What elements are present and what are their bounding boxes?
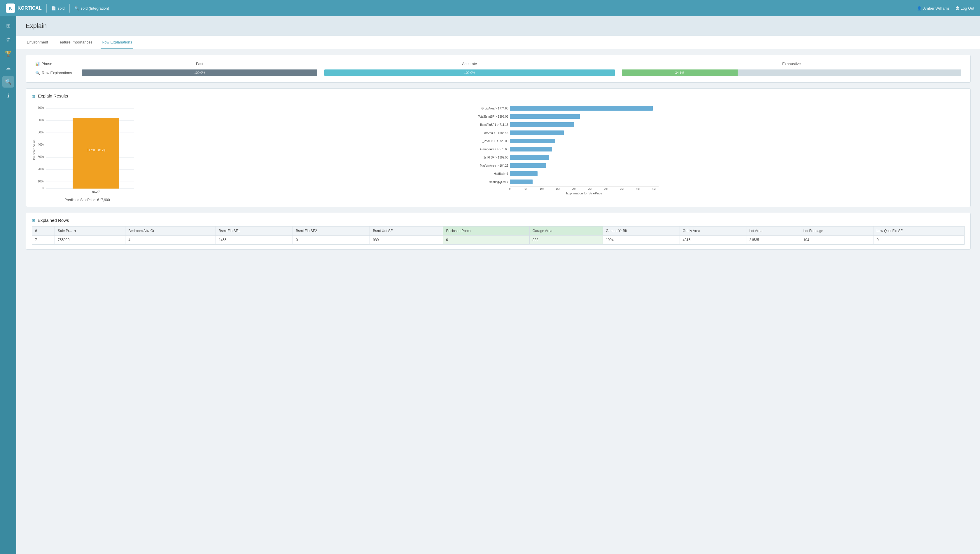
svg-text:600k: 600k [38,118,45,122]
cell-bsmt_fin_sf1: 1455 [216,236,293,244]
svg-text:LotArea > 11583.46: LotArea > 11583.46 [483,131,509,134]
phase-exhaustive-header: Exhaustive [618,60,964,68]
col-lot-area[interactable]: Lot Area [746,227,800,236]
main-bar [73,118,119,188]
svg-text:700k: 700k [38,106,45,109]
phase-row-label: 🔍 Row Explanations [35,71,75,75]
svg-text:15k: 15k [556,187,560,190]
top-navigation: K KORTICAL 📄 sold 🔍 sold (Integration) 👤… [0,0,980,16]
svg-text:_2ndFlrSF > 728.00: _2ndFlrSF > 728.00 [482,139,508,143]
nav-divider2 [69,4,70,13]
svg-text:5k: 5k [524,187,527,190]
svg-text:_1stFlrSF > 1392.55: _1stFlrSF > 1392.55 [482,156,508,159]
svg-text:row:7: row:7 [92,190,100,193]
tab-environment[interactable]: Environment [25,36,49,49]
user-menu[interactable]: 👤 Amber Williams [917,6,950,11]
svg-text:45k: 45k [652,187,657,190]
svg-text:HeatingQC=Ex: HeatingQC=Ex [489,180,508,184]
explain-results-title: Explain Results [32,93,964,98]
search-icon: 🔍 [75,6,79,11]
vertical-bar-svg: 700k 600k 500k 400k 300k 200k 100k 0 [32,103,143,196]
tab-row-explanations[interactable]: Row Explanations [100,36,133,49]
svg-rect-30 [510,147,552,152]
horizontal-bar-chart: GrLivArea > 1774.68 TotalBsmtSF > 1298.0… [148,103,964,202]
cell-lot_area: 21535 [746,236,800,244]
nav-divider [46,4,47,13]
svg-text:30k: 30k [604,187,608,190]
svg-text:40k: 40k [636,187,641,190]
svg-text:MasVnrArea > 164.25: MasVnrArea > 164.25 [480,164,508,167]
phase-col-header: Phase [41,62,52,66]
explain-results-card: Explain Results 700k 600k 500k 400k 300k… [25,88,970,207]
rows-icon [32,218,35,223]
chart-icon: 📊 [35,62,40,66]
sidebar-icon-info[interactable]: ℹ [2,90,14,102]
file-icon: 📄 [51,6,56,11]
svg-text:GrLivArea > 1774.68: GrLivArea > 1774.68 [481,107,508,110]
col-bsmt-fin-sf1[interactable]: Bsmt Fin SF1 [216,227,293,236]
phase-progress-card: 📊 Phase Fast Accurate Exhaustive 🔍 [25,55,970,83]
sidebar-icon-flask[interactable]: ⚗ [2,34,14,46]
chart-subtitle: Predicted SalePrice: 617,900 [32,198,143,202]
col-bsmt-fin-sf2[interactable]: Bsmt Fin SF2 [293,227,370,236]
app-name: KORTICAL [18,6,42,11]
vertical-bar-chart: 700k 600k 500k 400k 300k 200k 100k 0 [32,103,143,202]
svg-rect-34 [510,163,546,168]
col-lot-frontage[interactable]: Lot Frontage [800,227,873,236]
svg-text:35k: 35k [620,187,624,190]
col-low-qual-fin-sf[interactable]: Low Qual Fin SF [873,227,964,236]
svg-text:TotalBsmtSF > 1298.03: TotalBsmtSF > 1298.03 [478,115,509,118]
svg-text:500k: 500k [38,131,45,134]
svg-rect-22 [510,114,580,119]
cell-lot_frontage: 104 [800,236,873,244]
sidebar-icon-search[interactable]: 🔍 [2,76,14,88]
cell-low_qual_fin_sf: 0 [873,236,964,244]
user-icon: 👤 [917,6,922,11]
svg-rect-24 [510,122,574,127]
phase-accurate-header: Accurate [321,60,618,68]
logo-icon: K [6,3,15,13]
main-content: Explain Environment Feature Importances … [16,16,980,554]
table-container[interactable]: # Sale Pr... ▼ Bedroom Abv Gr Bsmt Fin S… [32,226,964,244]
col-num[interactable]: # [32,227,55,236]
col-garage-yr-blt[interactable]: Garage Yr Blt [603,227,679,236]
app-logo[interactable]: K KORTICAL [6,3,42,13]
svg-text:20k: 20k [572,187,576,190]
col-bedroom[interactable]: Bedroom Abv Gr [126,227,216,236]
phase-search-icon: 🔍 [35,71,40,75]
nav-integration[interactable]: 🔍 sold (Integration) [75,6,110,11]
nav-sold[interactable]: 📄 sold [51,6,65,11]
svg-rect-32 [510,155,549,160]
tab-feature-importances[interactable]: Feature Importances [56,36,94,49]
svg-text:BsmtFinSF1 > 711.13: BsmtFinSF1 > 711.13 [480,123,508,126]
col-enclosed-porch[interactable]: Enclosed Porch [443,227,530,236]
sidebar-icon-cloud[interactable]: ☁ [2,62,14,73]
nav-right: 👤 Amber Williams ⏻ Log Out [917,6,974,11]
svg-text:400k: 400k [38,143,45,146]
svg-text:200k: 200k [38,168,45,171]
sidebar-icon-trophy[interactable]: 🏆 [2,48,14,59]
page-header: Explain [16,16,980,36]
svg-text:0: 0 [509,187,511,190]
cell-bedroom_abv_gr: 4 [126,236,216,244]
svg-text:Explanation for SalePrice: Explanation for SalePrice [566,192,602,195]
svg-text:300k: 300k [38,155,45,158]
cell-sale_price: 755000 [55,236,126,244]
svg-rect-38 [510,179,533,184]
svg-rect-20 [510,106,653,111]
table-header-row: # Sale Pr... ▼ Bedroom Abv Gr Bsmt Fin S… [32,227,964,236]
svg-text:0: 0 [42,187,44,190]
explained-rows-table: # Sale Pr... ▼ Bedroom Abv Gr Bsmt Fin S… [32,226,964,244]
col-bsmt-unf-sf[interactable]: Bsmt Unf SF [370,227,443,236]
col-garage-area[interactable]: Garage Area [530,227,603,236]
power-icon: ⏻ [956,6,959,11]
col-gr-liv-area[interactable]: Gr Liv Area [679,227,746,236]
app-layout: ⊞ ⚗ 🏆 ☁ 🔍 ℹ Explain Environment Feature … [0,16,980,554]
svg-text:GarageArea > 576.60: GarageArea > 576.60 [480,148,509,151]
col-sale-price[interactable]: Sale Pr... ▼ [55,227,126,236]
svg-rect-36 [510,171,538,176]
svg-text:Predicted Value: Predicted Value [33,139,36,160]
sidebar-icon-grid[interactable]: ⊞ [2,20,14,32]
logout-button[interactable]: ⏻ Log Out [956,6,974,11]
svg-rect-28 [510,139,555,143]
